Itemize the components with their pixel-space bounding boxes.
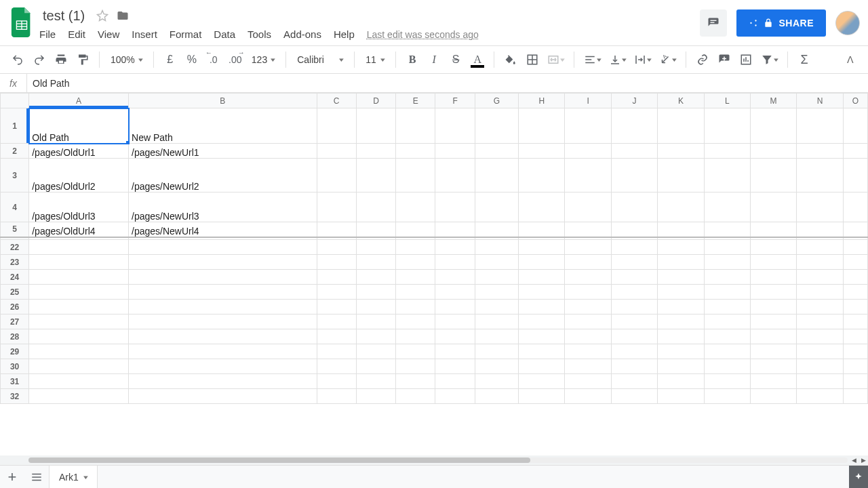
cell-M30[interactable] xyxy=(750,359,796,374)
cell-F4[interactable] xyxy=(435,192,475,222)
column-header-F[interactable]: F xyxy=(435,94,475,108)
cell-B28[interactable] xyxy=(129,329,317,344)
cell-K24[interactable] xyxy=(658,270,704,285)
row-header-1[interactable]: 1 xyxy=(1,108,29,144)
cell-I1[interactable] xyxy=(565,108,611,144)
cell-I28[interactable] xyxy=(565,329,611,344)
row-header-22[interactable]: 22 xyxy=(1,240,29,255)
row-header-31[interactable]: 31 xyxy=(1,374,29,389)
cell-A32[interactable] xyxy=(29,389,129,404)
cell-G23[interactable] xyxy=(475,255,518,270)
row-header-29[interactable]: 29 xyxy=(1,344,29,359)
cell-D2[interactable] xyxy=(356,144,395,159)
cell-C3[interactable] xyxy=(317,159,356,192)
fx-icon[interactable]: fx xyxy=(0,74,27,92)
all-sheets-button[interactable] xyxy=(24,466,49,488)
italic-icon[interactable]: I xyxy=(425,50,443,69)
cell-M23[interactable] xyxy=(750,255,796,270)
cell-A23[interactable] xyxy=(29,255,129,270)
cell-M25[interactable] xyxy=(750,285,796,300)
cell-L32[interactable] xyxy=(704,389,750,404)
cell-O27[interactable] xyxy=(843,314,867,329)
cell-H24[interactable] xyxy=(519,270,565,285)
cell-N32[interactable] xyxy=(797,389,843,404)
cell-A5[interactable]: /pages/OldUrl4 xyxy=(29,222,129,237)
cell-B32[interactable] xyxy=(129,389,317,404)
cell-D1[interactable] xyxy=(356,108,395,144)
cell-J22[interactable] xyxy=(611,240,657,255)
cell-L4[interactable] xyxy=(704,192,750,222)
cell-L26[interactable] xyxy=(704,300,750,314)
cell-B25[interactable] xyxy=(129,285,317,300)
paint-format-icon[interactable] xyxy=(73,50,92,69)
cell-I5[interactable] xyxy=(565,222,611,237)
cell-C2[interactable] xyxy=(317,144,356,159)
star-icon[interactable] xyxy=(96,9,108,22)
cell-G22[interactable] xyxy=(475,240,518,255)
cell-N2[interactable] xyxy=(797,144,843,159)
text-rotation-icon[interactable]: A▾ xyxy=(656,50,679,69)
cell-H27[interactable] xyxy=(519,314,565,329)
cell-L22[interactable] xyxy=(704,240,750,255)
cell-A28[interactable] xyxy=(29,329,129,344)
cell-E28[interactable] xyxy=(396,329,435,344)
cell-K4[interactable] xyxy=(658,192,704,222)
menu-format[interactable]: Format xyxy=(170,28,202,40)
cell-C29[interactable] xyxy=(317,344,356,359)
cell-J32[interactable] xyxy=(611,389,657,404)
horizontal-align-icon[interactable]: ▾ xyxy=(581,50,604,69)
share-button[interactable]: SHARE xyxy=(736,9,826,37)
cell-G2[interactable] xyxy=(475,144,518,159)
cell-C24[interactable] xyxy=(317,270,356,285)
column-header-D[interactable]: D xyxy=(356,94,395,108)
cell-E29[interactable] xyxy=(396,344,435,359)
cell-K22[interactable] xyxy=(658,240,704,255)
cell-O5[interactable] xyxy=(843,222,867,237)
cell-C26[interactable] xyxy=(317,300,356,314)
cell-F3[interactable] xyxy=(435,159,475,192)
cell-A31[interactable] xyxy=(29,374,129,389)
cell-I31[interactable] xyxy=(565,374,611,389)
cell-A3[interactable]: /pages/OldUrl2 xyxy=(29,159,129,192)
cell-C4[interactable] xyxy=(317,192,356,222)
cell-A30[interactable] xyxy=(29,359,129,374)
cell-G3[interactable] xyxy=(475,159,518,192)
cell-O24[interactable] xyxy=(843,270,867,285)
undo-icon[interactable] xyxy=(8,50,27,69)
column-header-O[interactable]: O xyxy=(843,94,867,108)
cell-K26[interactable] xyxy=(658,300,704,314)
row-header-23[interactable]: 23 xyxy=(1,255,29,270)
column-header-A[interactable]: A xyxy=(29,94,129,108)
functions-icon[interactable]: Σ xyxy=(795,50,814,69)
zoom-select[interactable]: 100%▾ xyxy=(106,54,146,65)
cell-D3[interactable] xyxy=(356,159,395,192)
cell-N31[interactable] xyxy=(797,374,843,389)
cell-O1[interactable] xyxy=(843,108,867,144)
cell-L29[interactable] xyxy=(704,344,750,359)
cell-F27[interactable] xyxy=(435,314,475,329)
cell-I24[interactable] xyxy=(565,270,611,285)
cell-N29[interactable] xyxy=(797,344,843,359)
cell-H5[interactable] xyxy=(519,222,565,237)
cell-K28[interactable] xyxy=(658,329,704,344)
cell-B31[interactable] xyxy=(129,374,317,389)
cell-D30[interactable] xyxy=(356,359,395,374)
cell-K27[interactable] xyxy=(658,314,704,329)
cell-D4[interactable] xyxy=(356,192,395,222)
cell-D22[interactable] xyxy=(356,240,395,255)
cell-E32[interactable] xyxy=(396,389,435,404)
cell-J5[interactable] xyxy=(611,222,657,237)
cell-D24[interactable] xyxy=(356,270,395,285)
cell-E26[interactable] xyxy=(396,300,435,314)
cell-H32[interactable] xyxy=(519,389,565,404)
cell-C1[interactable] xyxy=(317,108,356,144)
cell-I27[interactable] xyxy=(565,314,611,329)
cell-L2[interactable] xyxy=(704,144,750,159)
cell-E1[interactable] xyxy=(396,108,435,144)
comments-button[interactable] xyxy=(700,9,727,37)
cell-I26[interactable] xyxy=(565,300,611,314)
explore-button[interactable] xyxy=(849,466,868,488)
cell-G28[interactable] xyxy=(475,329,518,344)
cell-D23[interactable] xyxy=(356,255,395,270)
cell-B30[interactable] xyxy=(129,359,317,374)
